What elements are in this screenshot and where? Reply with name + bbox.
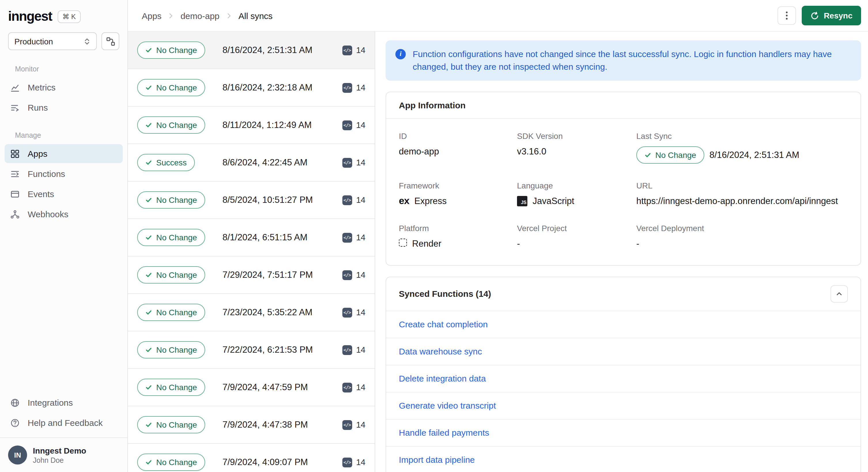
check-icon [145, 234, 152, 241]
function-count-icon: </> [342, 457, 352, 467]
sync-timestamp: 8/6/2024, 4:22:45 AM [222, 157, 308, 168]
status-badge: No Change [636, 146, 704, 163]
sync-function-count-value: 14 [356, 121, 365, 130]
check-icon [145, 459, 152, 466]
app-info-field-vercel-project: Vercel Project- [517, 223, 636, 249]
breadcrumb-item-demo-app[interactable]: demo-app [180, 11, 219, 21]
main-area: Appsdemo-appAll syncs Resync No Change8/… [128, 0, 868, 472]
function-row-delete-integration-data[interactable]: Delete integration data [386, 365, 861, 392]
sidebar-item-label: Apps [28, 149, 47, 158]
status-badge: No Change [137, 117, 205, 134]
sidebar-item-events[interactable]: Events [5, 184, 123, 203]
collapse-button[interactable] [831, 285, 848, 302]
field-value-text: v3.16.0 [517, 146, 547, 156]
sidebar-header: inngest ⌘ K [0, 0, 127, 30]
field-value: - [636, 238, 848, 249]
field-value-text: https://inngest-demo-app.onrender.com/ap… [636, 196, 838, 206]
status-badge-label: No Change [655, 150, 696, 159]
field-label: Platform [399, 223, 517, 232]
sync-row[interactable]: No Change7/22/2024, 6:21:53 PM</>14 [128, 332, 375, 369]
sync-status: No Change [137, 416, 216, 433]
help-icon [10, 418, 20, 427]
breadcrumb-item-apps[interactable]: Apps [142, 11, 161, 21]
sync-function-count: </>14 [342, 420, 365, 430]
function-link[interactable]: Create chat completion [399, 319, 488, 329]
sync-row[interactable]: No Change7/9/2024, 4:09:07 PM</>14 [128, 444, 375, 472]
sidebar-item-webhooks[interactable]: Webhooks [5, 204, 123, 224]
inngest-logo[interactable]: inngest [8, 9, 52, 24]
sidebar-item-integrations[interactable]: Integrations [5, 393, 123, 412]
sidebar-item-apps[interactable]: Apps [5, 144, 123, 163]
function-row-data-warehouse-sync[interactable]: Data warehouse sync [386, 338, 861, 365]
sync-row[interactable]: No Change7/9/2024, 4:47:38 PM</>14 [128, 406, 375, 444]
function-row-create-chat-completion[interactable]: Create chat completion [386, 311, 861, 338]
status-badge: No Change [137, 416, 205, 433]
javascript-icon: JS [517, 196, 527, 206]
details-panel: i Function configurations have not chang… [375, 32, 868, 472]
status-badge: No Change [137, 304, 205, 321]
sidebar-item-functions[interactable]: Functions [5, 164, 123, 183]
more-options-button[interactable] [777, 6, 796, 25]
field-value: Render [399, 238, 517, 249]
sidebar-item-label: Help and Feedback [28, 418, 102, 428]
sync-function-count: </>14 [342, 345, 365, 355]
command-k-shortcut[interactable]: ⌘ K [58, 10, 81, 23]
function-link[interactable]: Generate video transcript [399, 400, 496, 410]
app-information-header: App Information [386, 92, 861, 119]
function-link[interactable]: Delete integration data [399, 373, 486, 383]
check-icon [145, 159, 152, 166]
sidebar-item-runs[interactable]: Runs [5, 98, 123, 117]
sync-status: No Change [137, 229, 216, 246]
sync-timestamp: 7/29/2024, 7:51:17 PM [222, 270, 313, 280]
sidebar-item-label: Events [28, 189, 54, 199]
app-info-field-url: URLhttps://inngest-demo-app.onrender.com… [636, 181, 848, 206]
sidebar-footer-nav: IntegrationsHelp and Feedback [0, 392, 127, 437]
function-row-handle-failed-payments[interactable]: Handle failed payments [386, 419, 861, 446]
field-label: Vercel Deployment [636, 223, 848, 232]
sync-row[interactable]: No Change7/9/2024, 4:47:59 PM</>14 [128, 369, 375, 406]
sync-row[interactable]: No Change8/16/2024, 2:51:31 AM</>14 [128, 32, 375, 69]
environment-settings-button[interactable] [101, 32, 119, 50]
sync-timestamp: 7/9/2024, 4:47:59 PM [222, 382, 308, 392]
function-row-generate-video-transcript[interactable]: Generate video transcript [386, 392, 861, 419]
field-label: URL [636, 181, 848, 190]
sync-function-count: </>14 [342, 232, 365, 242]
field-value-text: - [517, 238, 520, 249]
environment-selector[interactable]: Production [8, 32, 97, 50]
sync-function-count-value: 14 [356, 383, 365, 392]
synced-functions-title: Synced Functions (14) [399, 289, 491, 298]
sidebar-item-label: Webhooks [28, 209, 68, 219]
sync-row[interactable]: No Change8/11/2024, 1:12:49 AM</>14 [128, 106, 375, 144]
field-value: exExpress [399, 196, 517, 206]
function-link[interactable]: Data warehouse sync [399, 346, 482, 356]
field-value-text: - [636, 238, 639, 249]
function-link[interactable]: Handle failed payments [399, 427, 489, 437]
user-profile[interactable]: IN Inngest Demo John Doe [0, 437, 127, 472]
sync-function-count-value: 14 [356, 458, 365, 467]
sync-row[interactable]: No Change8/16/2024, 2:32:18 AM</>14 [128, 69, 375, 106]
app-info-field-sdk-version: SDK Versionv3.16.0 [517, 131, 636, 163]
status-badge-label: No Change [156, 420, 197, 429]
sync-row[interactable]: No Change7/23/2024, 5:35:22 AM</>14 [128, 294, 375, 332]
sync-timestamp: 7/9/2024, 4:09:07 PM [222, 457, 308, 467]
sidebar-item-metrics[interactable]: Metrics [5, 78, 123, 97]
check-icon [644, 151, 651, 158]
sync-timestamp: 7/22/2024, 6:21:53 PM [222, 345, 313, 355]
check-icon [145, 384, 152, 391]
sync-row[interactable]: No Change8/5/2024, 10:51:27 PM</>14 [128, 182, 375, 219]
sync-timestamp: 7/9/2024, 4:47:38 PM [222, 419, 308, 430]
sync-function-count: </>14 [342, 158, 365, 167]
chevron-up-icon [836, 290, 843, 297]
app-information-title: App Information [399, 100, 466, 110]
sidebar-item-help-and-feedback[interactable]: Help and Feedback [5, 413, 123, 432]
function-link[interactable]: Import data pipeline [399, 454, 475, 464]
status-badge-label: No Change [156, 270, 197, 280]
function-row-import-data-pipeline[interactable]: Import data pipeline [386, 446, 861, 472]
sync-row[interactable]: No Change8/1/2024, 6:51:15 AM</>14 [128, 219, 375, 256]
sync-row[interactable]: No Change7/29/2024, 7:51:17 PM</>14 [128, 256, 375, 294]
resync-button[interactable]: Resync [802, 6, 861, 25]
status-badge: No Change [137, 453, 205, 471]
sync-row[interactable]: Success8/6/2024, 4:22:45 AM</>14 [128, 144, 375, 182]
status-badge-label: No Change [156, 233, 197, 242]
field-label: Last Sync [636, 131, 848, 140]
